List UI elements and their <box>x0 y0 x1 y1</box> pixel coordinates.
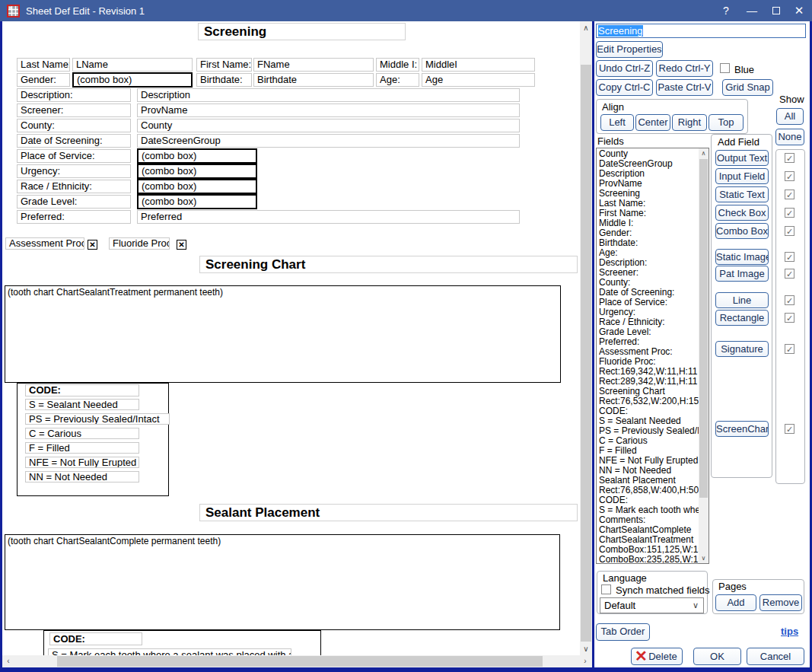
add-signature-button[interactable]: Signature <box>715 341 769 357</box>
code-legend-item[interactable]: F = Filled <box>25 442 139 454</box>
fields-list-item[interactable]: Date of Screening: <box>599 288 709 298</box>
fields-list-item[interactable]: Screening Chart <box>599 387 709 397</box>
vertical-scroll-thumb[interactable] <box>581 65 591 642</box>
screening-chart-header[interactable]: Screening Chart <box>199 256 578 273</box>
fields-list-item[interactable]: Fluoride Proc: <box>599 357 709 367</box>
code-legend-item[interactable]: PS = Previously Sealed/Intact <box>25 413 170 425</box>
field-input-lname[interactable]: LName <box>72 58 193 72</box>
field-input-description[interactable]: Description <box>137 88 520 102</box>
tab-order-button[interactable]: Tab Order <box>596 623 650 641</box>
fields-listbox[interactable]: ∧ ∨ CountyDateScreenGroupDescriptionProv… <box>596 148 709 564</box>
field-label-assessment-proc[interactable]: Assessment Proc: <box>5 237 84 250</box>
fields-list-item[interactable]: Description: <box>599 258 709 268</box>
fields-list-item[interactable]: S = Sealant Needed <box>599 416 709 426</box>
field-label-race-ethnicity[interactable]: Race / Ethnicity: <box>17 180 131 193</box>
language-dropdown[interactable]: Default∨ <box>600 597 704 613</box>
show-checkbox-input-field[interactable]: ✓ <box>785 171 794 181</box>
delete-button[interactable]: ✕ Delete <box>631 648 683 665</box>
show-checkbox-screenchart[interactable]: ✓ <box>785 424 794 434</box>
align-center-button[interactable]: Center <box>635 114 670 131</box>
field-label-place-of-service[interactable]: Place of Service: <box>17 149 131 163</box>
add-pat-image-button[interactable]: Pat Image <box>715 266 769 282</box>
tooth-chart-sealant-treatment[interactable]: (tooth chart ChartSealantTreatment perma… <box>5 285 561 383</box>
show-none-button[interactable]: None <box>775 129 804 145</box>
field-label-middle-i[interactable]: Middle I: <box>376 58 419 72</box>
fields-list-item[interactable]: ComboBox:151,125,W:155 <box>599 545 709 555</box>
fields-list-item[interactable]: CODE: <box>599 495 709 505</box>
paste-button[interactable]: Paste Ctrl-V <box>656 79 713 96</box>
fields-list-item[interactable]: Rect:76,532,W:200,H:150 <box>599 397 709 406</box>
grid-snap-button[interactable]: Grid Snap <box>722 79 773 96</box>
fields-list-item[interactable]: S = Mark each tooth where <box>599 505 709 515</box>
cancel-button[interactable]: Cancel <box>747 648 804 665</box>
show-checkbox-combo-box[interactable]: ✓ <box>785 226 794 236</box>
field-label-preferred[interactable]: Preferred: <box>17 210 131 224</box>
edit-properties-button[interactable]: Edit Properties <box>596 41 663 58</box>
field-label-birthdate[interactable]: Birthdate: <box>196 73 252 87</box>
show-checkbox-static-text[interactable]: ✓ <box>785 189 794 199</box>
field-label-gender[interactable]: Gender: <box>17 73 70 87</box>
field-label-urgency[interactable]: Urgency: <box>17 164 131 178</box>
show-checkbox-static-image[interactable]: ✓ <box>785 252 794 262</box>
field-input-age[interactable]: Age <box>422 73 535 87</box>
sheet-title-field[interactable]: Screening <box>198 23 406 40</box>
field-input-middlei[interactable]: MiddleI <box>422 58 535 72</box>
code-legend-item[interactable]: NFE = Not Fully Erupted <box>25 457 139 468</box>
add-input-field-button[interactable]: Input Field <box>715 168 769 184</box>
sealant-placement-header[interactable]: Sealant Placement <box>199 504 578 521</box>
field-input-county[interactable]: County <box>137 119 520 132</box>
fields-scroll-up-arrow[interactable]: ∧ <box>699 150 709 157</box>
field-label-fluoride-proc[interactable]: Fluoride Proc: <box>109 237 170 250</box>
field-input-fname[interactable]: FName <box>253 58 374 72</box>
show-all-button[interactable]: All <box>776 108 804 125</box>
fields-list-item[interactable]: Grade Level: <box>599 327 709 337</box>
blue-checkbox[interactable] <box>720 63 730 73</box>
sheet-design-canvas[interactable]: Screening Last Name: LName First Name: F… <box>2 21 580 655</box>
show-checkbox-output-text[interactable]: ✓ <box>785 153 794 163</box>
fields-list-item[interactable]: Age: <box>599 248 709 258</box>
show-checkbox-line[interactable]: ✓ <box>785 295 794 305</box>
field-label-date-of-screening[interactable]: Date of Screening: <box>17 134 131 148</box>
field-combo-race-ethnicity[interactable]: (combo box) <box>137 179 257 194</box>
show-checkbox-check-box[interactable]: ✓ <box>785 208 794 218</box>
fields-list-item[interactable]: Rect:289,342,W:11,H:11 <box>599 377 709 387</box>
fields-list-item[interactable]: Last Name: <box>599 199 709 209</box>
fields-list-item[interactable]: Urgency: <box>599 307 709 317</box>
fields-list-item[interactable]: F = Filled <box>599 446 709 456</box>
add-rectangle-button[interactable]: Rectangle <box>715 310 769 326</box>
align-right-button[interactable]: Right <box>672 114 707 131</box>
fields-list-item[interactable]: Screener: <box>599 268 709 278</box>
field-input-birthdate[interactable]: Birthdate <box>253 73 374 87</box>
code-legend2-heading[interactable]: CODE: <box>49 632 142 645</box>
copy-button[interactable]: Copy Ctrl-C <box>596 79 653 96</box>
field-label-age[interactable]: Age: <box>376 73 419 87</box>
fields-list-item[interactable]: Sealant Placement <box>599 476 709 486</box>
horizontal-scroll-thumb[interactable] <box>57 656 543 667</box>
fields-list-item[interactable]: Description <box>599 169 709 179</box>
sheet-description-input[interactable]: Screening <box>596 24 806 38</box>
code-legend-heading[interactable]: CODE: <box>25 384 139 397</box>
code-legend2-item[interactable]: S = Mark each tooth where a sealant was … <box>48 648 291 655</box>
align-left-button[interactable]: Left <box>600 114 634 131</box>
fields-list-item[interactable]: NFE = Not Fully Erupted <box>599 456 709 466</box>
fields-list-item[interactable]: Comments: <box>599 515 709 525</box>
field-label-first-name[interactable]: First Name: <box>196 58 252 72</box>
undo-button[interactable]: Undo Ctrl-Z <box>596 60 653 77</box>
fields-list-item[interactable]: Assessment Proc: <box>599 347 709 357</box>
synch-matched-fields-checkbox[interactable] <box>601 584 611 594</box>
fields-list-item[interactable]: ProvName <box>599 179 709 189</box>
align-top-button[interactable]: Top <box>709 114 744 131</box>
fields-scroll-thumb[interactable] <box>699 159 708 498</box>
fields-list-item[interactable]: Rect:76,858,W:400,H:50 <box>599 486 709 495</box>
page-add-button[interactable]: Add <box>715 594 756 611</box>
fields-list-item[interactable]: ComboBox:235,285,W:155 <box>599 555 709 564</box>
code-legend-item[interactable]: C = Carious <box>25 428 139 439</box>
field-label-county[interactable]: County: <box>17 119 131 132</box>
fields-list-item[interactable]: Middle I: <box>599 218 709 228</box>
fields-list-scrollbar[interactable]: ∧ ∨ <box>699 148 709 563</box>
fields-list-item[interactable]: NN = Not Needed <box>599 466 709 476</box>
tooth-chart-sealant-complete[interactable]: (tooth chart ChartSealantComplete perman… <box>5 534 560 630</box>
code-legend-item[interactable]: S = Sealant Needed <box>25 399 139 410</box>
fields-list-item[interactable]: DateScreenGroup <box>599 159 709 169</box>
tips-link[interactable]: tips <box>781 626 798 637</box>
